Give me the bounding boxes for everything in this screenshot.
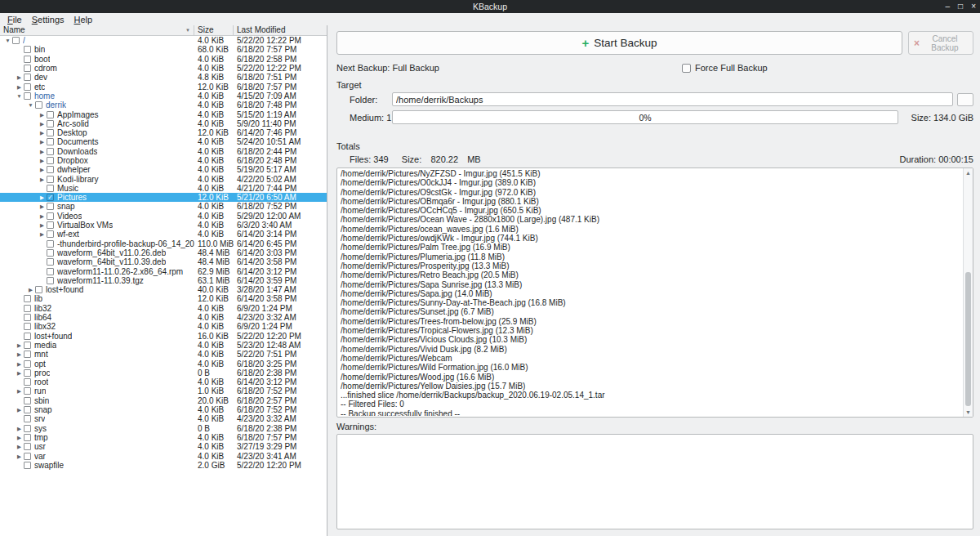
tree-row[interactable]: lost+found16.0 KiB5/22/20 12:20 PM [0,332,327,341]
tree-checkbox[interactable] [24,295,31,302]
expand-arrow-icon[interactable]: ▶ [15,368,24,377]
tree-row[interactable]: ▶Dropbox4.0 KiB6/18/20 2:48 PM [0,156,327,165]
tree-row[interactable]: ▼home4.0 KiB4/15/20 7:09 AM [0,92,327,100]
expand-arrow-icon[interactable]: ▶ [15,350,24,359]
tree-row[interactable]: srv4.0 KiB4/23/20 3:32 AM [0,414,327,423]
expand-arrow-icon[interactable]: ▶ [15,405,24,414]
minimize-icon[interactable]: – [946,2,951,11]
expand-arrow-icon[interactable]: ▶ [38,202,47,211]
tree-row[interactable]: lib12.0 KiB6/14/20 3:58 PM [0,294,327,303]
expand-arrow-icon[interactable]: ▶ [38,165,47,174]
expand-arrow-icon[interactable]: ▶ [15,360,24,368]
menu-file[interactable]: File [2,15,27,25]
tree-checkbox[interactable] [24,65,31,72]
tree-checkbox[interactable] [47,166,54,173]
scroll-up-icon[interactable]: ▲ [964,168,973,177]
expand-arrow-icon[interactable]: ▶ [38,212,47,221]
tree-checkbox[interactable] [47,221,54,229]
close-icon[interactable]: × [971,2,976,11]
tree-row[interactable]: ▶media4.0 KiB5/23/20 12:48 AM [0,341,327,350]
tree-row[interactable]: ▶wf-ext4.0 KiB6/14/20 3:14 PM [0,230,327,239]
tree-row[interactable]: ▶run1.0 KiB6/18/20 7:52 PM [0,386,327,395]
collapse-arrow-icon[interactable]: ▼ [3,36,12,45]
tree-checkbox[interactable] [47,230,54,238]
expand-arrow-icon[interactable]: ▶ [15,442,24,451]
expand-arrow-icon[interactable]: ▶ [38,119,47,128]
tree-checkbox[interactable] [24,387,31,395]
start-backup-button[interactable]: + Start Backup [336,31,902,55]
tree-checkbox[interactable] [47,120,54,127]
tree-row[interactable]: ▶✓Pictures12.0 KiB5/21/20 6:50 AM [0,193,327,202]
tree-row[interactable]: ▼derrik4.0 KiB6/18/20 7:48 PM [0,100,327,109]
tree-checkbox[interactable] [24,46,31,53]
expand-arrow-icon[interactable]: ▶ [15,83,24,92]
scroll-down-icon[interactable]: ▼ [964,408,973,417]
tree-checkbox[interactable] [35,101,42,109]
tree-row[interactable]: root4.0 KiB6/14/20 3:12 PM [0,377,327,386]
column-header-size[interactable]: Size [194,25,234,36]
tree-row[interactable]: bin68.0 KiB6/18/20 7:57 PM [0,45,327,54]
tree-row[interactable]: ▶dev4.8 KiB6/18/20 7:51 PM [0,73,327,82]
expand-arrow-icon[interactable]: ▶ [38,137,47,146]
tree-checkbox[interactable] [24,369,31,377]
tree-checkbox[interactable] [47,148,54,155]
expand-arrow-icon[interactable]: ▶ [15,386,24,395]
menu-help[interactable]: Help [69,15,98,25]
column-header-name[interactable]: Name ▼ [0,25,194,36]
tree-row[interactable]: ▶Documents4.0 KiB5/24/20 10:51 AM [0,137,327,146]
tree-row[interactable]: ▶proc0 B6/18/20 2:38 PM [0,368,327,377]
tree-checkbox[interactable] [24,434,31,441]
tree-checkbox[interactable] [47,249,54,257]
tree-checkbox[interactable] [24,92,31,100]
tree-checkbox[interactable] [24,351,31,358]
tree-row[interactable]: ▶snap4.0 KiB6/18/20 7:52 PM [0,405,327,414]
tree-row[interactable]: Music4.0 KiB4/21/20 7:44 PM [0,184,327,193]
tree-checkbox[interactable] [47,111,54,118]
tree-checkbox[interactable] [47,258,54,266]
expand-arrow-icon[interactable]: ▶ [38,221,47,230]
log-scrollbar[interactable]: ▲ ▼ [963,168,973,417]
tree-row[interactable]: sbin20.0 KiB6/18/20 2:57 PM [0,396,327,405]
tree-row[interactable]: waveform_64bit_v11.0.26.deb48.4 MiB6/14/… [0,248,327,257]
tree-row[interactable]: waveform_64bit_v11.0.39.deb48.4 MiB6/14/… [0,257,327,266]
expand-arrow-icon[interactable]: ▶ [15,73,24,82]
tree-checkbox[interactable] [47,157,54,164]
tree-row[interactable]: lib644.0 KiB4/23/20 3:32 AM [0,313,327,322]
tree-checkbox[interactable] [24,415,31,422]
tree-checkbox[interactable] [47,240,54,248]
tree-row[interactable]: ▶sys0 B6/18/20 2:38 PM [0,423,327,432]
tree-row[interactable]: ▼/4.0 KiB5/22/20 12:22 PM [0,36,327,45]
tree-row[interactable]: cdrom4.0 KiB5/22/20 12:22 PM [0,64,327,73]
tree-checkbox[interactable] [47,203,54,210]
tree-checkbox[interactable] [24,443,31,450]
tree-checkbox[interactable] [24,333,31,340]
force-full-backup-checkbox[interactable]: Force Full Backup [682,63,768,73]
tree-row[interactable]: waveform11-11.0.26-2.x86_64.rpm62.9 MiB6… [0,266,327,275]
tree-checkbox[interactable] [24,425,31,432]
tree-row[interactable]: ▶usr4.0 KiB3/27/19 3:29 PM [0,442,327,451]
tree-checkbox[interactable] [47,268,54,275]
tree-checkbox[interactable] [47,129,54,136]
scrollbar-track[interactable] [964,177,973,408]
tree-checkbox[interactable] [24,342,31,349]
tree-row[interactable]: ▶snap4.0 KiB6/18/20 7:52 PM [0,202,327,211]
tree-checkbox[interactable] [24,406,31,413]
scrollbar-thumb[interactable] [965,272,971,406]
tree-checkbox[interactable] [24,453,31,460]
tree-checkbox[interactable] [12,37,20,44]
expand-arrow-icon[interactable]: ▶ [38,156,47,165]
tree-row[interactable]: libx324.0 KiB6/9/20 1:24 PM [0,322,327,331]
tree-checkbox[interactable] [24,56,31,63]
tree-checkbox[interactable]: ✓ [47,194,54,201]
tree-checkbox[interactable] [24,305,31,312]
tree-row[interactable]: -thunderbird-profile-backup-06_14_2020.t… [0,239,327,248]
tree-checkbox[interactable] [24,323,31,330]
tree-checkbox[interactable] [35,286,42,293]
tree-row[interactable]: boot4.0 KiB6/18/20 2:58 PM [0,55,327,64]
tree-checkbox[interactable] [24,83,31,91]
expand-arrow-icon[interactable]: ▶ [15,452,24,461]
tree-checkbox[interactable] [24,462,31,469]
expand-arrow-icon[interactable]: ▶ [38,175,47,184]
tree-row[interactable]: ▶etc12.0 KiB6/18/20 7:57 PM [0,82,327,91]
column-header-modified[interactable]: Last Modified [234,25,327,36]
